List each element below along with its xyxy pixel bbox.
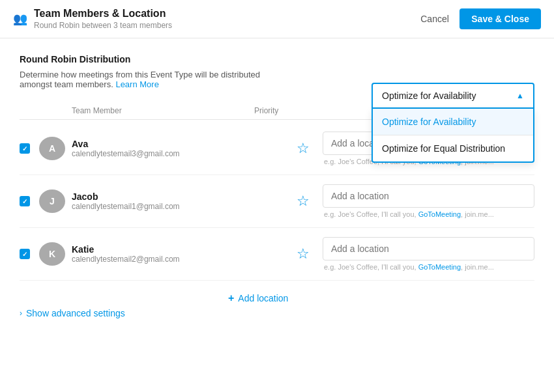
page-title: Team Members & Location <box>34 8 172 20</box>
dropdown-trigger[interactable]: Optimize for Availability ▲ <box>372 83 534 109</box>
team-icon: 👥 <box>13 12 27 26</box>
plus-icon: + <box>228 292 234 304</box>
header-titles: Team Members & Location Round Robin betw… <box>34 8 172 30</box>
dropdown-selected-label: Optimize for Availability <box>382 91 476 101</box>
dropdown-item-equal[interactable]: Optimize for Equal Distribution <box>373 135 533 161</box>
location-input-jacob[interactable] <box>323 184 534 208</box>
star-icon-ava[interactable]: ☆ <box>297 140 310 157</box>
chevron-right-icon: › <box>20 309 22 318</box>
member-priority-ava[interactable]: ☆ <box>284 140 323 157</box>
gotomeeting-link-jacob[interactable]: GoToMeeting <box>418 210 461 218</box>
location-hint-katie: e.g. Joe's Coffee, I'll call you, GoToMe… <box>323 263 534 271</box>
member-priority-jacob[interactable]: ☆ <box>284 193 323 210</box>
main-content: Round Robin Distribution Determine how m… <box>0 38 554 331</box>
checkbox-katie[interactable] <box>20 249 30 259</box>
section-title: Round Robin Distribution <box>20 54 534 64</box>
star-icon-jacob[interactable]: ☆ <box>297 193 310 210</box>
member-checkbox-ava[interactable] <box>20 143 39 154</box>
member-checkbox-jacob[interactable] <box>20 196 39 206</box>
member-name-katie: Katie <box>72 244 284 255</box>
member-email-katie: calendlytestemail2@gmail.com <box>72 255 284 264</box>
dropdown-menu: Optimize for Availability Optimize for E… <box>372 109 534 163</box>
member-checkbox-katie[interactable] <box>20 249 39 259</box>
checkbox-jacob[interactable] <box>20 196 30 206</box>
member-info-katie: Katie calendlytestemail2@gmail.com <box>72 244 284 264</box>
checkbox-ava[interactable] <box>20 143 30 154</box>
gotomeeting-link-katie[interactable]: GoToMeeting <box>418 263 461 271</box>
member-name-jacob: Jacob <box>72 191 284 202</box>
member-name-ava: Ava <box>72 139 284 149</box>
member-location-jacob: e.g. Joe's Coffee, I'll call you, GoToMe… <box>323 184 534 218</box>
member-info-ava: Ava calendlytestemail3@gmail.com <box>72 139 284 158</box>
advanced-settings-toggle[interactable]: › Show advanced settings <box>20 308 125 318</box>
avatar-jacob: J <box>39 189 65 213</box>
chevron-up-icon: ▲ <box>516 91 524 100</box>
member-email-jacob: calendlytestemail1@gmail.com <box>72 202 284 211</box>
header: 👥 Team Members & Location Round Robin be… <box>0 0 554 38</box>
header-left: 👥 Team Members & Location Round Robin be… <box>13 8 172 30</box>
col-header-priority: Priority <box>254 106 293 115</box>
learn-more-link[interactable]: Learn More <box>115 79 158 89</box>
cancel-button[interactable]: Cancel <box>413 8 457 29</box>
member-info-jacob: Jacob calendlytestemail1@gmail.com <box>72 191 284 211</box>
member-location-katie: e.g. Joe's Coffee, I'll call you, GoToMe… <box>323 237 534 271</box>
member-email-ava: calendlytestemail3@gmail.com <box>72 149 284 158</box>
table-row: J Jacob calendlytestemail1@gmail.com ☆ e… <box>20 175 534 228</box>
location-hint-jacob: e.g. Joe's Coffee, I'll call you, GoToMe… <box>323 210 534 218</box>
page-subtitle: Round Robin between 3 team members <box>34 21 172 30</box>
dropdown-item-availability[interactable]: Optimize for Availability <box>373 109 533 135</box>
avatar-ava: A <box>39 137 65 160</box>
location-input-katie[interactable] <box>323 237 534 260</box>
section-description: Determine how meetings from this Event T… <box>20 70 267 89</box>
star-icon-katie[interactable]: ☆ <box>297 245 310 262</box>
header-actions: Cancel Save & Close <box>413 8 541 29</box>
avatar-katie: K <box>39 242 65 266</box>
distribution-dropdown-container: Optimize for Availability ▲ Optimize for… <box>372 83 534 163</box>
col-header-member: Team Member <box>72 106 254 115</box>
member-priority-katie[interactable]: ☆ <box>284 245 323 262</box>
advanced-settings-label: Show advanced settings <box>26 308 125 318</box>
save-button[interactable]: Save & Close <box>459 8 541 29</box>
add-location-button[interactable]: + Add location <box>228 292 288 304</box>
table-row: K Katie calendlytestemail2@gmail.com ☆ e… <box>20 228 534 281</box>
